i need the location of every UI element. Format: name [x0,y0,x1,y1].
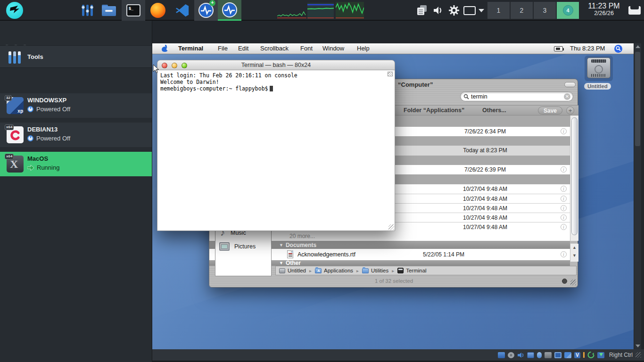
terminal-launcher[interactable]: $_ [122,0,145,21]
terminal-content[interactable]: Last login: Thu Feb 26 20:16:11 on conso… [157,70,395,231]
toolbar-pill-button[interactable] [564,82,576,87]
vm-resize-grip[interactable] [636,352,641,358]
scope-folder-button[interactable]: Folder “Applications” [404,107,464,114]
mac-menu-help[interactable]: Help [357,45,370,52]
network-history-graph[interactable] [277,9,306,19]
activity-monitor-window-button[interactable] [218,0,241,21]
path-separator-icon: ▸ [309,268,312,273]
panel-clock[interactable]: 11:23 PM 2/26/26 [584,2,624,16]
notes-icon [417,5,428,16]
spotlight-icon [614,45,622,53]
info-icon[interactable]: i [561,251,567,257]
mac-menubar-clock[interactable]: Thu 8:23 PM [570,45,605,52]
info-icon[interactable]: i [561,186,567,192]
mac-menu-edit[interactable]: Edit [238,45,248,52]
info-icon[interactable]: i [561,224,567,230]
mac-app-menu[interactable]: Terminal [178,45,203,52]
minimize-button[interactable] [172,63,177,68]
vscode-launcher[interactable] [172,0,193,21]
clipboard-tray-button[interactable] [416,0,429,21]
clear-search-icon[interactable]: ✕ [564,93,570,100]
display-icon [463,6,476,15]
cd-status-icon[interactable] [508,352,514,358]
vm-item-windowsxp[interactable]: 32 xp WINDOWSXP Powered Off [0,93,152,118]
firefox-icon [150,3,165,18]
path-segment-untitled[interactable]: Untitled [279,268,306,273]
app-menu-button[interactable] [5,0,25,21]
save-button[interactable]: Save [538,107,562,115]
virtualbox-manager-window: File Machine Help Tools 32 xp WINDOWSXP … [0,21,152,362]
path-segment-terminal[interactable]: Terminal [397,268,426,273]
vbox-logo-status-icon[interactable]: V [574,352,580,358]
keyboard-capture-icon[interactable] [597,352,604,358]
mixer-launcher[interactable] [79,0,95,21]
volume-tray-button[interactable] [431,0,445,21]
cpu-memory-graph[interactable] [307,3,334,19]
row-date: 7/26/22 6:39 PM [445,165,525,174]
info-icon[interactable]: i [561,128,567,134]
info-icon[interactable]: i [561,196,567,202]
scroll-down-arrow[interactable] [636,345,640,347]
settings-tray-button[interactable] [447,0,461,21]
file-manager-launcher[interactable] [100,0,118,21]
task-progress-icon [562,279,567,284]
vm-item-macos[interactable]: x64 X MacOS Running [0,152,152,176]
scroll-up-arrow[interactable] [636,45,640,48]
guest-screen: Terminal File Edit Scrollback Font Windo… [152,43,634,349]
activity-monitor-launcher[interactable]: + [194,0,218,21]
terminal-icon: $_ [126,4,140,16]
firefox-launcher[interactable] [147,0,169,21]
terminal-line: Last login: Thu Feb 26 20:16:11 on conso… [160,72,392,79]
display-tray-button[interactable] [462,0,477,21]
workspace-2-button[interactable]: 2 [511,2,533,19]
info-icon[interactable]: i [561,166,567,173]
mac-menu-font[interactable]: Font [300,45,313,52]
window-scroll-arrows[interactable]: ▲▼ [570,244,578,262]
vm-item-debian13[interactable]: x64 DEBIAN13 Powered Off [0,123,152,147]
search-field[interactable]: ✕ [460,91,573,101]
mixer-icon [81,4,93,17]
spotlight-button[interactable] [614,45,622,53]
vm-scrollbar-thumb[interactable] [635,52,640,146]
list-scrollbar[interactable] [570,115,578,241]
mac-menu-scrollback[interactable]: Scrollback [260,45,289,52]
search-input[interactable] [471,92,556,100]
usb-status-icon[interactable] [537,352,542,358]
workspace-3-button[interactable]: 3 [534,2,556,19]
tools-item[interactable]: Tools [0,45,152,68]
recording-status-icon[interactable] [564,352,571,358]
audio-status-icon[interactable] [517,352,524,358]
mac-menu-file[interactable]: File [218,45,228,52]
apple-menu[interactable] [162,45,168,52]
battery-icon[interactable] [554,46,563,51]
finder-resize-grip[interactable] [570,280,576,285]
info-icon[interactable]: i [561,205,567,211]
load-graph[interactable] [336,2,364,19]
desktop-icon-untitled[interactable]: Untitled [584,57,614,90]
shared-folders-status-icon[interactable] [545,352,552,358]
vm-vertical-scrollbar[interactable] [634,43,641,349]
workspace-1-button[interactable]: 1 [487,2,510,19]
show-desktop-button[interactable] [627,0,642,21]
network-status-icon[interactable] [527,352,534,358]
info-icon[interactable]: i [561,214,567,221]
activity-monitor-mini-icon: 4 [563,5,573,16]
list-scrollbar-thumb[interactable] [571,117,578,235]
chevron-down-icon [479,9,484,12]
tray-expander[interactable] [477,0,486,21]
hdd-status-icon[interactable] [498,352,505,358]
zoom-button[interactable] [182,63,187,68]
scope-others-button[interactable]: Others... [482,107,506,114]
display-status-icon[interactable] [554,352,561,358]
path-segment-utilities[interactable]: Utilities [362,268,388,273]
sidebar-item-pictures[interactable]: Pictures [219,242,256,251]
mac-menu-window[interactable]: Window [322,45,344,52]
terminal-titlebar[interactable]: Terminal — bash — 80x24 [157,60,395,70]
search-icon [463,94,470,100]
add-criteria-button[interactable]: + [566,107,574,115]
path-segment-applications[interactable]: A Applications [315,268,353,273]
terminal-resize-grip[interactable] [388,224,394,230]
mouse-integration-icon[interactable] [587,352,594,358]
close-button[interactable] [162,63,167,68]
workspace-4-button[interactable]: 4 [557,2,579,19]
